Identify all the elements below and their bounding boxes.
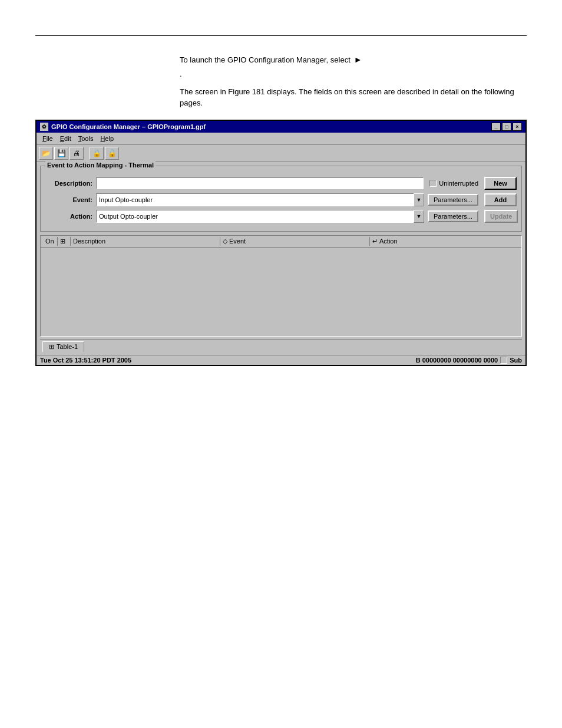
event-label: Event: bbox=[45, 196, 92, 203]
priority-icon: ⊞ bbox=[60, 238, 65, 245]
col-header-on: On bbox=[43, 237, 58, 246]
toolbar-print-btn[interactable]: 🖨 bbox=[70, 147, 84, 160]
tab-label: Table-1 bbox=[57, 343, 78, 350]
toolbar-separator bbox=[85, 147, 88, 160]
intro-text-1: To launch the GPIO Configuration Manager… bbox=[180, 54, 351, 66]
sub-checkbox[interactable] bbox=[500, 357, 507, 364]
toolbar-open-btn[interactable]: 📂 bbox=[39, 147, 53, 160]
top-rule bbox=[35, 35, 527, 36]
col-header-action: ↵ Action bbox=[370, 237, 519, 246]
maximize-button[interactable]: □ bbox=[502, 123, 511, 131]
menu-edit[interactable]: Edit bbox=[57, 134, 75, 143]
intro-line1: To launch the GPIO Configuration Manager… bbox=[180, 54, 527, 66]
event-list-area: On ⊞ Description ◇ Event ↵ Action bbox=[40, 235, 522, 337]
new-button[interactable]: New bbox=[484, 177, 517, 190]
menu-help[interactable]: Help bbox=[97, 134, 117, 143]
tab-icon: ⊞ bbox=[49, 343, 54, 351]
window-icon: ✿ bbox=[40, 123, 48, 131]
toolbar-unlock-btn[interactable]: 🔓 bbox=[105, 147, 119, 160]
intro-section: To launch the GPIO Configuration Manager… bbox=[180, 54, 527, 109]
tab-table1[interactable]: ⊞ Table-1 bbox=[42, 341, 84, 352]
side-buttons: New bbox=[484, 177, 517, 190]
action-row: Action: Output Opto-coupler ▼ Parameters… bbox=[45, 210, 517, 223]
group-box-title: Event to Action Mapping - Thermal bbox=[45, 162, 156, 169]
event-row: Event: Input Opto-coupler ▼ Parameters..… bbox=[45, 193, 517, 206]
list-body bbox=[41, 248, 521, 336]
action-arrow-icon: ↵ bbox=[372, 238, 378, 245]
close-button[interactable]: × bbox=[513, 123, 522, 131]
action-label: Action: bbox=[45, 213, 92, 220]
toolbar-lock-btn[interactable]: 🔒 bbox=[90, 147, 104, 160]
title-bar-left: ✿ GPIO Configuration Manager – GPIOProgr… bbox=[40, 123, 206, 131]
period-line: . bbox=[180, 68, 527, 80]
uninterrupted-checkbox[interactable] bbox=[429, 180, 437, 187]
update-button-area: Update bbox=[484, 210, 517, 223]
status-right: B 00000000 00000000 0000 Sub bbox=[416, 357, 522, 364]
main-content: Event to Action Mapping - Thermal Descri… bbox=[37, 162, 525, 355]
col-on-label: On bbox=[45, 238, 54, 245]
minimize-button[interactable]: _ bbox=[491, 123, 501, 131]
title-bar-controls: _ □ × bbox=[491, 123, 522, 131]
event-select-arrow[interactable]: ▼ bbox=[414, 193, 424, 206]
action-select-container: Output Opto-coupler ▼ bbox=[96, 210, 424, 223]
sub-label: Sub bbox=[510, 357, 522, 364]
col-header-event: ◇ Event bbox=[220, 237, 370, 246]
uninterrupted-label: Uninterrupted bbox=[439, 180, 478, 187]
status-binary: B 00000000 00000000 0000 bbox=[416, 357, 498, 364]
action-select-arrow[interactable]: ▼ bbox=[414, 210, 424, 223]
col-event-label: Event bbox=[229, 238, 246, 245]
col-header-priority: ⊞ bbox=[58, 237, 71, 246]
event-parameters-btn[interactable]: Parameters... bbox=[428, 194, 478, 206]
event-select[interactable]: Input Opto-coupler bbox=[96, 193, 424, 206]
new-button-spacer: Add bbox=[484, 193, 517, 206]
description-row: Description: Uninterrupted New bbox=[45, 177, 517, 190]
arrow-right-icon: ► bbox=[354, 54, 362, 66]
event-action-group: Event to Action Mapping - Thermal Descri… bbox=[40, 166, 522, 232]
page-container: To launch the GPIO Configuration Manager… bbox=[0, 35, 562, 728]
menu-file[interactable]: File bbox=[39, 134, 57, 143]
toolbar: 📂 💾 🖨 🔒 🔓 bbox=[37, 145, 525, 162]
update-button[interactable]: Update bbox=[484, 210, 518, 223]
col-header-description: Description bbox=[71, 237, 220, 246]
menu-tools[interactable]: Tools bbox=[75, 134, 97, 143]
description-input[interactable] bbox=[96, 177, 424, 189]
toolbar-save-btn[interactable]: 💾 bbox=[54, 147, 68, 160]
add-button[interactable]: Add bbox=[484, 193, 517, 206]
menu-bar: File Edit Tools Help bbox=[37, 133, 525, 145]
status-datetime: Tue Oct 25 13:51:20 PDT 2005 bbox=[40, 357, 131, 364]
action-parameters-btn[interactable]: Parameters... bbox=[428, 210, 478, 222]
col-desc-label: Description bbox=[73, 238, 105, 245]
action-select[interactable]: Output Opto-coupler bbox=[96, 210, 424, 223]
description-label: Description: bbox=[45, 180, 92, 187]
window-title: GPIO Configuration Manager – GPIOProgram… bbox=[51, 123, 206, 130]
list-header: On ⊞ Description ◇ Event ↵ Action bbox=[41, 236, 521, 248]
tab-bar: ⊞ Table-1 bbox=[40, 339, 522, 351]
event-select-container: Input Opto-coupler ▼ bbox=[96, 193, 424, 206]
gpio-config-window: ✿ GPIO Configuration Manager – GPIOProgr… bbox=[35, 120, 527, 366]
event-diamond-icon: ◇ bbox=[223, 238, 227, 245]
title-bar: ✿ GPIO Configuration Manager – GPIOProgr… bbox=[37, 121, 525, 133]
uninterrupted-area: Uninterrupted bbox=[429, 180, 478, 187]
intro-text-2: The screen in Figure 181 displays. The f… bbox=[180, 86, 527, 109]
status-bar: Tue Oct 25 13:51:20 PDT 2005 B 00000000 … bbox=[37, 355, 525, 365]
col-action-label: Action bbox=[379, 238, 398, 245]
